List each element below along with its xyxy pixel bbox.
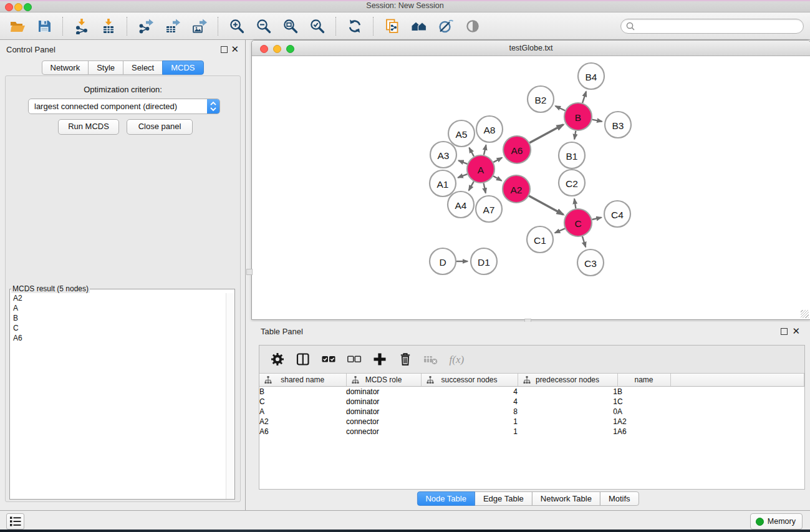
show-details-icon[interactable] <box>464 17 481 35</box>
node-A2[interactable]: A2 <box>503 175 530 203</box>
column-header-MCDS-role[interactable]: MCDS role <box>346 374 421 387</box>
node-B4[interactable]: B4 <box>578 63 604 89</box>
toggle-columns-icon[interactable] <box>295 351 311 367</box>
task-history-button[interactable] <box>6 513 24 530</box>
node-A6[interactable]: A6 <box>503 136 531 163</box>
window-resize-grip[interactable] <box>801 310 809 318</box>
duplicate-network-icon[interactable] <box>383 17 401 35</box>
tab-edge-table[interactable]: Edge Table <box>475 491 533 506</box>
table-row[interactable]: Bdominator41B <box>259 387 804 397</box>
node-C4[interactable]: C4 <box>604 201 630 227</box>
table-row[interactable]: Adominator80A <box>259 407 804 417</box>
network-window-titlebar[interactable]: testGlobe.txt <box>252 41 810 56</box>
edge-B-B3[interactable] <box>592 120 602 122</box>
table-row[interactable]: A6connector11A6 <box>259 427 804 437</box>
edge-A-A7[interactable] <box>484 183 486 193</box>
edge-A-A4[interactable] <box>469 181 474 190</box>
float-table-panel-icon[interactable] <box>781 328 788 335</box>
node-A7[interactable]: A7 <box>476 196 502 222</box>
open-file-icon[interactable] <box>9 17 26 35</box>
refresh-view-icon[interactable] <box>346 17 364 35</box>
add-column-icon[interactable] <box>372 351 388 367</box>
node-B3[interactable]: B3 <box>605 112 631 138</box>
edge-C-C1[interactable] <box>555 228 565 233</box>
node-C2[interactable]: C2 <box>559 170 585 196</box>
hide-details-icon[interactable] <box>437 17 455 35</box>
zoom-selected-icon[interactable] <box>309 17 326 35</box>
table-row[interactable]: A2connector11A2 <box>259 417 804 427</box>
edge-C-C3[interactable] <box>582 236 586 247</box>
import-table-icon[interactable] <box>100 17 117 35</box>
vertical-splitter-handle[interactable] <box>246 269 253 275</box>
node-C3[interactable]: C3 <box>577 249 604 276</box>
table-settings-icon[interactable] <box>269 351 286 367</box>
tab-network-table[interactable]: Network Table <box>532 491 600 506</box>
edge-A-A1[interactable] <box>458 174 467 178</box>
node-C1[interactable]: C1 <box>527 226 553 253</box>
mcds-result-item[interactable]: C <box>11 323 226 333</box>
node-D[interactable]: D <box>430 248 456 274</box>
tab-network[interactable]: Network <box>41 60 89 75</box>
zoom-fit-icon[interactable] <box>282 17 299 35</box>
edge-B-B2[interactable] <box>556 106 566 110</box>
tab-motifs[interactable]: Motifs <box>600 491 639 506</box>
network-canvas[interactable]: B4B2BB3A8A5A6A3B1AC2A1A2A4A7C4CC1C3DD1 <box>252 56 810 319</box>
node-A3[interactable]: A3 <box>430 142 456 168</box>
edge-B-B1[interactable] <box>574 131 576 140</box>
close-panel-icon[interactable]: ✕ <box>231 44 239 54</box>
edge-C-C2[interactable] <box>574 199 576 209</box>
column-header-shared-name[interactable]: shared name <box>259 374 346 387</box>
deselect-all-icon[interactable] <box>346 351 362 367</box>
node-A4[interactable]: A4 <box>448 191 474 218</box>
column-header-predecessor-nodes[interactable]: predecessor nodes <box>518 374 617 387</box>
save-session-icon[interactable] <box>36 17 53 35</box>
node-C[interactable]: C <box>564 209 592 236</box>
mcds-result-item[interactable]: B <box>11 313 226 323</box>
mcds-result-item[interactable]: A <box>11 303 226 313</box>
column-header-successor-nodes[interactable]: successor nodes <box>421 374 518 387</box>
mcds-result-item[interactable]: A2 <box>11 293 226 303</box>
edge-A-A3[interactable] <box>458 160 467 163</box>
mcds-result-item[interactable]: A6 <box>11 333 226 343</box>
node-A5[interactable]: A5 <box>448 120 475 147</box>
node-B[interactable]: B <box>564 103 592 130</box>
tab-mcds[interactable]: MCDS <box>162 60 203 75</box>
edge-A-A5[interactable] <box>469 148 474 157</box>
node-A1[interactable]: A1 <box>430 170 456 196</box>
table-row[interactable]: Cdominator41C <box>259 397 804 407</box>
close-table-panel-icon[interactable]: ✕ <box>792 326 800 336</box>
edge-C-C4[interactable] <box>592 218 601 220</box>
node-D1[interactable]: D1 <box>471 248 497 274</box>
export-table-icon[interactable] <box>164 17 181 35</box>
list-scrollbar[interactable] <box>226 293 234 499</box>
delete-column-icon[interactable] <box>397 351 413 367</box>
node-B1[interactable]: B1 <box>559 142 585 168</box>
float-panel-icon[interactable] <box>221 46 228 53</box>
edge-A2-C[interactable] <box>529 196 563 215</box>
memory-button[interactable]: Memory <box>750 513 803 530</box>
node-A[interactable]: A <box>467 155 494 183</box>
export-image-icon[interactable] <box>191 17 208 35</box>
run-mcds-button[interactable]: Run MCDS <box>58 119 119 135</box>
tab-node-table[interactable]: Node Table <box>417 491 475 506</box>
edge-A-A2[interactable] <box>493 176 501 181</box>
edge-A-A6[interactable] <box>493 158 502 162</box>
column-header-name[interactable]: name <box>617 374 670 387</box>
search-input[interactable] <box>637 20 799 32</box>
edge-A6-B[interactable] <box>529 125 563 143</box>
export-network-icon[interactable] <box>137 17 155 35</box>
select-all-icon[interactable] <box>321 351 337 367</box>
zoom-in-icon[interactable] <box>228 17 246 35</box>
search-box[interactable] <box>620 19 804 34</box>
tab-style[interactable]: Style <box>88 60 123 75</box>
criterion-select[interactable]: largest connected component (directed) <box>28 99 220 114</box>
node-A8[interactable]: A8 <box>476 116 503 142</box>
tab-select[interactable]: Select <box>123 60 163 75</box>
edge-B-B4[interactable] <box>582 92 586 103</box>
zoom-out-icon[interactable] <box>255 17 272 35</box>
node-B2[interactable]: B2 <box>528 86 554 112</box>
import-network-icon[interactable] <box>73 17 90 35</box>
close-panel-button[interactable]: Close panel <box>127 119 193 135</box>
home-view-icon[interactable] <box>410 17 428 35</box>
edge-A-A8[interactable] <box>484 145 486 155</box>
